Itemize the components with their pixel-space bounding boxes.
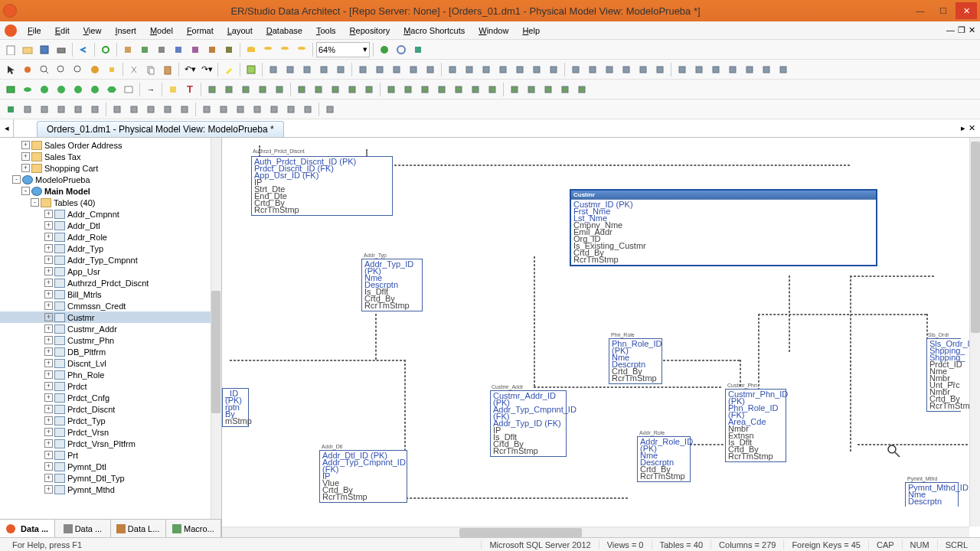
- menu-database[interactable]: Database: [260, 24, 309, 37]
- tb3-rest-btn-9[interactable]: [361, 82, 377, 97]
- tb4-rest-btn-11[interactable]: [216, 102, 231, 117]
- tree-node[interactable]: -ModeloPrueba: [0, 174, 221, 185]
- new-button[interactable]: [3, 42, 18, 57]
- tb2-rest-btn-12[interactable]: [479, 62, 494, 77]
- tb2-rest-btn-16[interactable]: [546, 62, 561, 77]
- tree-table-custmr_addr[interactable]: +Custmr_Addr: [0, 323, 221, 334]
- shape-circle2[interactable]: [54, 82, 69, 97]
- tb2-rest-btn-17[interactable]: [568, 62, 583, 77]
- entity-tool[interactable]: [3, 82, 18, 97]
- tb3-rest-btn-13[interactable]: [434, 82, 449, 97]
- tree-tab-datal[interactable]: Data L...: [111, 520, 166, 537]
- tb2-rest-btn-7[interactable]: [389, 62, 404, 77]
- zoom-in-tool[interactable]: [37, 62, 52, 77]
- tree-scrollbar[interactable]: [211, 138, 221, 519]
- db-button-4[interactable]: [294, 42, 309, 57]
- zoom-out-tool[interactable]: [54, 62, 69, 77]
- tb3-rest-btn-16[interactable]: [485, 82, 500, 97]
- tree-tab-macro[interactable]: Macro...: [166, 520, 221, 537]
- tb2-rest-btn-2[interactable]: [299, 62, 315, 77]
- shape-oval[interactable]: [20, 82, 35, 97]
- tb2-rest-btn-14[interactable]: [512, 62, 528, 77]
- tb2-rest-btn-9[interactable]: [423, 62, 438, 77]
- tree-node[interactable]: +Sales Order Address: [0, 139, 221, 151]
- entity-sls-ordr[interactable]: Sls_Ordr_IDShpping_Shpping_Prdct_IDNmeNm…: [926, 338, 961, 412]
- tb3-rest-btn-2[interactable]: [238, 82, 253, 97]
- undo2-button[interactable]: ↶▾: [182, 62, 198, 77]
- help-button[interactable]: [394, 42, 409, 57]
- tb2-rest-btn-13[interactable]: [495, 62, 511, 77]
- tree-table-prdct_typ[interactable]: +Prdct_Typ: [0, 415, 221, 426]
- tb3-rest-btn-12[interactable]: [417, 82, 433, 97]
- maximize-button[interactable]: ☐: [933, 2, 954, 19]
- tb2-rest-btn-0[interactable]: [266, 62, 281, 77]
- tb2-rest-btn-18[interactable]: [585, 62, 600, 77]
- select-tool[interactable]: [20, 62, 35, 77]
- repo-tool-1[interactable]: [3, 102, 18, 117]
- tb3-rest-btn-18[interactable]: [524, 82, 539, 97]
- shape-note[interactable]: [121, 82, 136, 97]
- menu-insert[interactable]: Insert: [109, 24, 142, 37]
- menu-layout[interactable]: Layout: [221, 24, 259, 37]
- entity-addr-dtl[interactable]: Addr_Dtl_ID (PK)Addr_Typ_Cmpnnt_ID (FK)I…: [319, 450, 407, 503]
- entity-pymnt-mthd[interactable]: Pymnt_Mthd_IDNmeDescrptn: [905, 482, 959, 507]
- entity-phn-role[interactable]: Phn_Role_ID (PK)NmeDescrptnCrtd_ByRcrTmS…: [609, 338, 662, 384]
- tb4-rest-btn-14[interactable]: [266, 102, 282, 117]
- pan-tool[interactable]: [87, 62, 103, 77]
- tb3-rest-btn-5[interactable]: [294, 82, 309, 97]
- tree-table-discnt_lvl[interactable]: +Discnt_Lvl: [0, 357, 221, 369]
- tree-table-cmmssn_credt[interactable]: +Cmmssn_Credt: [0, 300, 221, 311]
- menu-model[interactable]: Model: [144, 24, 179, 37]
- menu-repository[interactable]: Repository: [344, 24, 397, 37]
- shape-circle4[interactable]: [87, 82, 103, 97]
- tree-table-custmr_phn[interactable]: +Custmr_Phn: [0, 334, 221, 346]
- close-button[interactable]: ✕: [956, 2, 977, 19]
- tb2-rest-btn-5[interactable]: [355, 62, 371, 77]
- tb3-rest-btn-7[interactable]: [328, 82, 343, 97]
- tb2-rest-btn-4[interactable]: [333, 62, 348, 77]
- tree-node[interactable]: -Tables (40): [0, 197, 221, 208]
- tree-table-prdct[interactable]: +Prdct: [0, 380, 221, 392]
- tb4-rest-btn-15[interactable]: [283, 102, 299, 117]
- tb2-rest-btn-29[interactable]: [776, 62, 791, 77]
- menu-macro-shortcuts[interactable]: Macro Shortcuts: [397, 24, 471, 37]
- tree[interactable]: +Sales Order Address+Sales Tax+Shopping …: [0, 138, 221, 497]
- copy-button[interactable]: [143, 62, 158, 77]
- open-button[interactable]: [20, 42, 35, 57]
- tb4-rest-btn-0[interactable]: [20, 102, 35, 117]
- pointer-tool[interactable]: [3, 62, 18, 77]
- tb3-rest-btn-21[interactable]: [574, 82, 590, 97]
- tab-scroll-right[interactable]: ▸: [961, 123, 965, 133]
- menu-edit[interactable]: Edit: [49, 24, 76, 37]
- tb2-rest-btn-3[interactable]: [316, 62, 332, 77]
- tb3-rest-btn-1[interactable]: [221, 82, 237, 97]
- mdi-restore[interactable]: ❐: [958, 25, 965, 35]
- tb3-rest-btn-17[interactable]: [507, 82, 522, 97]
- print-button[interactable]: [54, 42, 69, 57]
- tree-table-addr_cmpnnt[interactable]: +Addr_Cmpnnt: [0, 208, 221, 220]
- menu-file[interactable]: File: [21, 24, 47, 37]
- db-button-1[interactable]: [243, 42, 259, 57]
- mdi-close[interactable]: ✕: [969, 25, 975, 35]
- tb4-rest-btn-1[interactable]: [37, 102, 52, 117]
- tb4-rest-btn-13[interactable]: [250, 102, 265, 117]
- tree-table-prdct_cnfg[interactable]: +Prdct_Cnfg: [0, 392, 221, 403]
- tree-table-pymnt_dtl[interactable]: +Pymnt_Dtl: [0, 461, 221, 472]
- tree-tab-data2[interactable]: Data ...: [55, 520, 110, 537]
- web-button[interactable]: [377, 42, 392, 57]
- tb3-rest-btn-20[interactable]: [557, 82, 573, 97]
- tb2-rest-btn-27[interactable]: [742, 62, 757, 77]
- tb4-rest-btn-12[interactable]: [233, 102, 248, 117]
- tb2-rest-btn-21[interactable]: [635, 62, 651, 77]
- tb4-rest-btn-3[interactable]: [70, 102, 86, 117]
- tree-node[interactable]: +Shopping Cart: [0, 162, 221, 174]
- tb2-rest-btn-28[interactable]: [759, 62, 774, 77]
- refresh-button[interactable]: [98, 42, 113, 57]
- db-button-2[interactable]: [260, 42, 276, 57]
- tb4-rest-btn-16[interactable]: [300, 102, 315, 117]
- rel-arrow[interactable]: →: [143, 82, 158, 97]
- tree-table-addr_role[interactable]: +Addr_Role: [0, 231, 221, 243]
- tb3-rest-btn-10[interactable]: [384, 82, 399, 97]
- grid-tool[interactable]: [243, 62, 259, 77]
- note-tool[interactable]: [165, 82, 181, 97]
